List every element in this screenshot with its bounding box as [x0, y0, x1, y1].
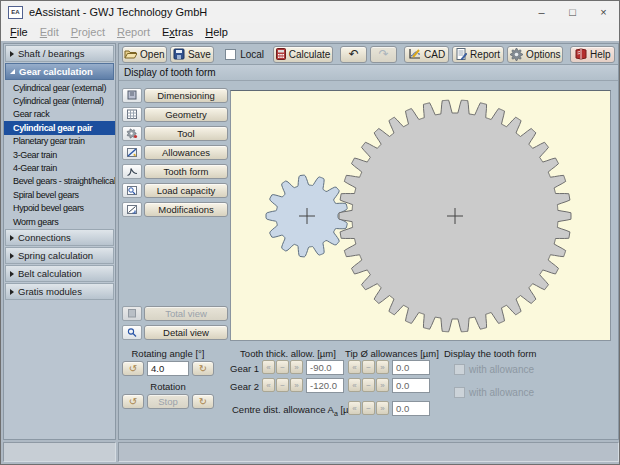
sidebar-item-planetary-gear-train[interactable]: Planetary gear train: [4, 135, 115, 148]
tip1-input[interactable]: 0.0: [392, 360, 430, 375]
rotation-stop-button: Stop: [147, 394, 189, 409]
rotate-ccw-icon: ↺: [129, 363, 137, 374]
rotating-angle-input[interactable]: 4.0: [147, 361, 189, 376]
load-capacity-icon[interactable]: [122, 183, 142, 198]
menu-help[interactable]: Help: [199, 25, 234, 39]
modifications-icon[interactable]: [122, 202, 142, 217]
sidebar-item-3-gear-train[interactable]: 3-Gear train: [4, 148, 115, 161]
sidebar-section-shaft-bearings[interactable]: Shaft / bearings: [5, 45, 114, 62]
sidebar-item-spiral-bevel-gears[interactable]: Spiral bevel gears: [4, 188, 115, 201]
rotate-ccw-icon: ↺: [129, 396, 137, 407]
reset-icon[interactable]: −: [276, 360, 289, 374]
increase-fast-icon[interactable]: »: [290, 378, 303, 392]
gear-drawing: [231, 91, 610, 340]
reset-icon[interactable]: −: [362, 401, 375, 415]
menu-edit: Edit: [34, 25, 65, 39]
report-document-icon: [456, 48, 467, 60]
reset-icon[interactable]: −: [362, 378, 375, 392]
allowances-button[interactable]: Allowances: [144, 145, 228, 160]
menubar: File Edit Project Report Extras Help: [1, 23, 619, 41]
with-allowance-checkbox-2: [454, 387, 465, 398]
maximize-button[interactable]: □: [557, 1, 588, 23]
cad-button[interactable]: CAD: [404, 46, 449, 63]
decrease-fast-icon[interactable]: «: [262, 378, 275, 392]
collapsed-arrow-icon: [10, 235, 14, 241]
sidebar-item-cylindrical-gear-pair[interactable]: Cylindrical gear pair: [4, 121, 115, 134]
undo-button[interactable]: ↶: [340, 46, 367, 63]
gear2-thickness-input[interactable]: -120.0: [306, 378, 344, 393]
decrease-fast-icon[interactable]: «: [262, 360, 275, 374]
collapsed-arrow-icon: [10, 289, 14, 295]
tip2-input[interactable]: 0.0: [392, 378, 430, 393]
geometry-button[interactable]: Geometry: [144, 107, 228, 122]
decrease-fast-icon[interactable]: «: [348, 401, 361, 415]
rotate-ccw-button[interactable]: ↺: [122, 361, 144, 376]
increase-fast-icon[interactable]: »: [376, 401, 389, 415]
modifications-button[interactable]: Modifications: [144, 202, 228, 217]
sidebar-item-4-gear-train[interactable]: 4-Gear train: [4, 161, 115, 174]
increase-fast-icon[interactable]: »: [376, 360, 389, 374]
sidebar-section-spring-calculation[interactable]: Spring calculation: [5, 247, 114, 264]
allowances-icon[interactable]: [122, 145, 142, 160]
report-button[interactable]: Report: [452, 46, 504, 63]
sidebar-section-connections[interactable]: Connections: [5, 229, 114, 246]
sidebar-item-gear-rack[interactable]: Gear rack: [4, 108, 115, 121]
rotate-cw-button[interactable]: ↻: [192, 361, 214, 376]
collapsed-arrow-icon: [10, 253, 14, 259]
geometry-grid-icon[interactable]: [122, 107, 142, 122]
sidebar-item-cylindrical-gear-internal[interactable]: Cylindrical gear (internal): [4, 94, 115, 107]
increase-fast-icon[interactable]: »: [290, 360, 303, 374]
status-bar-right: [118, 442, 619, 462]
decrease-fast-icon[interactable]: «: [348, 360, 361, 374]
increase-fast-icon[interactable]: »: [376, 378, 389, 392]
detail-view-button[interactable]: Detail view: [144, 325, 228, 340]
cad-icon: [408, 48, 421, 60]
minimize-button[interactable]: –: [526, 1, 557, 23]
rotation-cw-button[interactable]: ↻: [192, 394, 214, 409]
local-checkbox-group[interactable]: Local: [225, 49, 264, 60]
total-view-icon: [122, 306, 142, 321]
sidebar-item-cylindrical-gear-external[interactable]: Cylindrical gear (external): [4, 81, 115, 94]
rotation-ccw-button[interactable]: ↺: [122, 394, 144, 409]
save-floppy-icon: [173, 48, 185, 60]
local-checkbox[interactable]: [225, 49, 236, 60]
reset-icon[interactable]: −: [276, 378, 289, 392]
tool-button[interactable]: Tool: [144, 126, 228, 141]
gear1-label: Gear 1: [230, 363, 259, 374]
collapsed-arrow-icon: [10, 51, 14, 57]
options-button[interactable]: Options: [507, 46, 563, 63]
tooth-form-canvas[interactable]: [230, 90, 611, 341]
calculate-button[interactable]: Calculate: [273, 46, 333, 63]
open-button[interactable]: Open: [122, 46, 167, 63]
sidebar-item-bevel-gears[interactable]: Bevel gears - straight/helical: [4, 175, 115, 188]
dimensioning-icon[interactable]: [122, 88, 142, 103]
help-button[interactable]: Help: [570, 46, 615, 63]
app-window: EA eAssistant - GWJ Technology GmbH – □ …: [0, 0, 620, 465]
menu-file[interactable]: File: [4, 25, 34, 39]
status-bar-left: [3, 442, 116, 462]
tooth-form-button[interactable]: Tooth form: [144, 164, 228, 179]
tip-allowances-label: Tip Ø allowances [µm]: [345, 348, 439, 359]
save-button[interactable]: Save: [170, 46, 215, 63]
centre-distance-input[interactable]: 0.0: [392, 401, 430, 416]
total-view-button: Total view: [144, 306, 228, 321]
load-capacity-button[interactable]: Load capacity: [144, 183, 228, 198]
decrease-fast-icon[interactable]: «: [348, 378, 361, 392]
gear1-thickness-input[interactable]: -90.0: [306, 360, 344, 375]
display-tooth-form-label: Display the tooth form: [444, 348, 536, 359]
menu-report: Report: [111, 25, 156, 39]
tool-gear-icon[interactable]: [122, 126, 142, 141]
detail-view-magnifier-icon[interactable]: [122, 325, 142, 340]
sidebar-section-gratis-modules[interactable]: Gratis modules: [5, 283, 114, 300]
menu-extras[interactable]: Extras: [156, 25, 199, 39]
with-allowance-checkbox-1-group: with allowance: [454, 364, 534, 375]
dimensioning-button[interactable]: Dimensioning: [144, 88, 228, 103]
sidebar-section-belt-calculation[interactable]: Belt calculation: [5, 265, 114, 282]
calculator-icon: [276, 48, 286, 60]
sidebar-section-gear-calculation[interactable]: Gear calculation: [5, 63, 114, 80]
reset-icon[interactable]: −: [362, 360, 375, 374]
tooth-form-curve-icon[interactable]: [122, 164, 142, 179]
sidebar-item-worm-gears[interactable]: Worm gears: [4, 215, 115, 228]
sidebar-item-hypoid-bevel-gears[interactable]: Hypoid bevel gears: [4, 202, 115, 215]
close-button[interactable]: ×: [588, 1, 619, 23]
